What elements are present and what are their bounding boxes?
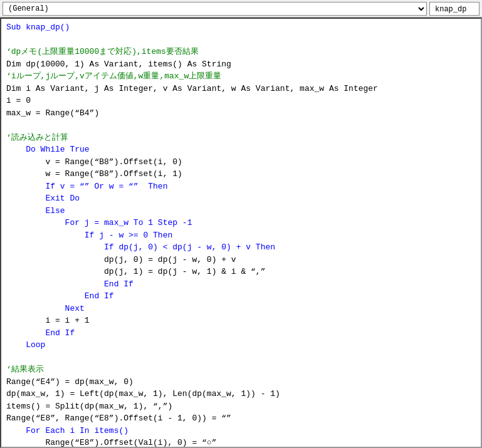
proc-name-label: knap_dp [429,2,479,16]
toolbar: (General) knap_dp [0,0,482,18]
code-editor[interactable]: Sub knap_dp() ‘dpメモ(上限重量10000まで対応),items… [0,18,482,448]
general-dropdown[interactable]: (General) [3,2,427,16]
code-content: Sub knap_dp() ‘dpメモ(上限重量10000まで対応),items… [6,21,476,448]
